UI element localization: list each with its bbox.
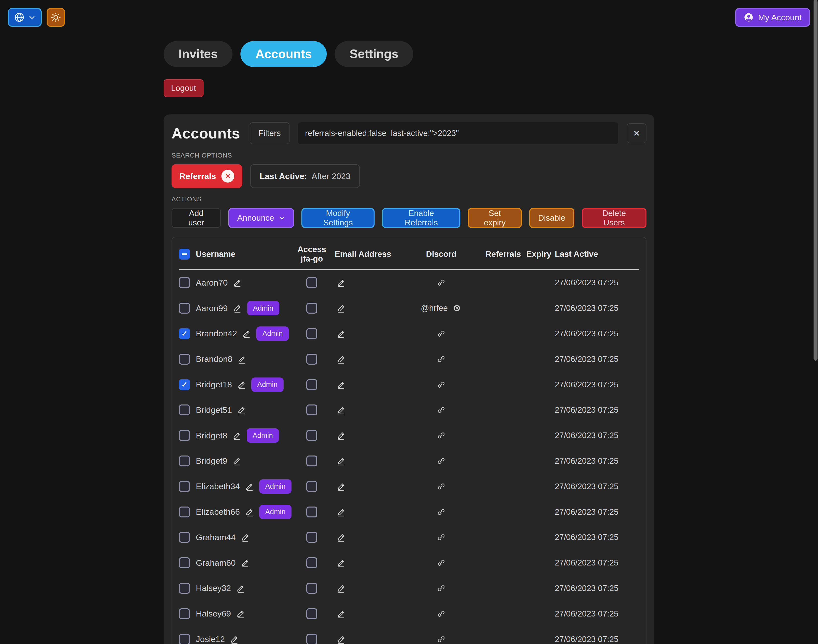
row-select-checkbox[interactable] [179,430,190,441]
edit-email-icon[interactable] [337,329,346,338]
discord-link-icon[interactable] [437,482,446,491]
edit-email-icon[interactable] [337,635,346,644]
theme-toggle-button[interactable] [47,8,65,27]
discord-link-icon[interactable] [437,355,446,363]
modify-settings-button[interactable]: Modify Settings [301,208,375,228]
discord-link-icon[interactable] [437,431,446,440]
remove-filter-icon[interactable]: ✕ [221,170,234,182]
tab-accounts[interactable]: Accounts [240,41,327,67]
referrals-filter-chip[interactable]: Referrals ✕ [172,164,242,188]
edit-username-icon[interactable] [241,532,250,542]
edit-username-icon[interactable] [233,278,242,287]
row-select-checkbox[interactable] [179,277,190,288]
edit-username-icon[interactable] [232,456,242,466]
access-jfa-go-checkbox[interactable] [306,277,317,288]
delete-users-button[interactable]: Delete Users [582,208,646,228]
discord-link-icon[interactable] [437,635,446,644]
set-expiry-button[interactable]: Set expiry [468,208,522,228]
row-select-checkbox[interactable] [179,532,190,543]
row-select-checkbox[interactable] [179,481,190,492]
add-user-button[interactable]: Add user [172,208,221,228]
edit-username-icon[interactable] [245,507,254,517]
access-jfa-go-checkbox[interactable] [306,532,317,543]
row-select-checkbox[interactable] [179,583,190,594]
edit-email-icon[interactable] [337,584,346,593]
tab-settings[interactable]: Settings [335,41,413,67]
edit-username-icon[interactable] [237,380,246,389]
access-jfa-go-checkbox[interactable] [306,354,317,365]
edit-username-icon[interactable] [245,482,254,491]
edit-email-icon[interactable] [337,482,346,491]
username-text: Elizabeth66 [196,507,240,517]
announce-button[interactable]: Announce [228,208,294,228]
edit-username-icon[interactable] [233,304,242,313]
discord-link-icon[interactable] [437,584,446,592]
username-text: Josie12 [196,634,225,644]
row-select-checkbox[interactable] [179,557,190,568]
row-select-checkbox[interactable] [179,379,190,390]
row-select-checkbox[interactable] [179,328,190,339]
access-jfa-go-checkbox[interactable] [306,608,317,619]
edit-username-icon[interactable] [232,431,242,440]
discord-link-icon[interactable] [437,610,446,618]
disable-button[interactable]: Disable [529,208,574,228]
access-jfa-go-checkbox[interactable] [306,455,317,466]
edit-email-icon[interactable] [337,431,346,440]
edit-username-icon[interactable] [241,558,250,567]
logout-button[interactable]: Logout [164,79,203,97]
filters-button[interactable]: Filters [250,123,290,144]
row-select-checkbox[interactable] [179,455,190,466]
edit-email-icon[interactable] [337,609,346,618]
access-jfa-go-checkbox[interactable] [306,634,317,644]
tab-invites[interactable]: Invites [164,41,232,67]
access-jfa-go-checkbox[interactable] [306,506,317,517]
discord-link-icon[interactable] [437,508,446,516]
discord-link-icon[interactable] [437,278,446,287]
edit-email-icon[interactable] [337,558,346,567]
row-select-checkbox[interactable] [179,405,190,416]
row-select-checkbox[interactable] [179,354,190,365]
discord-link-icon[interactable] [437,406,446,414]
discord-link-icon[interactable] [437,533,446,541]
edit-username-icon[interactable] [237,405,246,415]
last-active-filter-chip[interactable]: Last Active: After 2023 [250,164,360,188]
discord-link-icon[interactable] [437,330,446,338]
access-jfa-go-checkbox[interactable] [306,379,317,390]
access-jfa-go-checkbox[interactable] [306,583,317,594]
row-select-checkbox[interactable] [179,608,190,619]
search-input[interactable] [298,123,618,144]
edit-email-icon[interactable] [337,304,346,313]
edit-email-icon[interactable] [337,278,346,287]
row-select-checkbox[interactable] [179,506,190,517]
discord-settings-icon[interactable] [452,304,461,313]
row-select-checkbox[interactable] [179,634,190,644]
discord-link-icon[interactable] [437,380,446,389]
edit-email-icon[interactable] [337,380,346,389]
access-jfa-go-checkbox[interactable] [306,557,317,568]
access-jfa-go-checkbox[interactable] [306,303,317,314]
edit-email-icon[interactable] [337,456,346,466]
access-jfa-go-checkbox[interactable] [306,328,317,339]
edit-username-icon[interactable] [236,584,245,593]
discord-link-icon[interactable] [437,457,446,465]
access-jfa-go-checkbox[interactable] [306,481,317,492]
row-select-checkbox[interactable] [179,303,190,314]
enable-referrals-button[interactable]: Enable Referrals [382,208,460,228]
clear-search-button[interactable]: ✕ [627,123,646,143]
edit-username-icon[interactable] [237,354,247,364]
edit-username-icon[interactable] [236,609,245,618]
edit-email-icon[interactable] [337,354,346,364]
edit-username-icon[interactable] [230,635,239,644]
select-all-checkbox[interactable] [179,249,190,259]
col-access-jfa-go: Accessjfa-go [289,245,335,264]
edit-email-icon[interactable] [337,507,346,517]
access-jfa-go-checkbox[interactable] [306,430,317,441]
edit-email-icon[interactable] [337,405,346,415]
my-account-button[interactable]: My Account [735,8,810,27]
access-jfa-go-checkbox[interactable] [306,405,317,416]
language-button[interactable] [8,8,42,27]
edit-email-icon[interactable] [337,532,346,542]
edit-username-icon[interactable] [242,329,251,338]
scrollbar-thumb[interactable] [813,0,818,360]
discord-link-icon[interactable] [437,558,446,567]
